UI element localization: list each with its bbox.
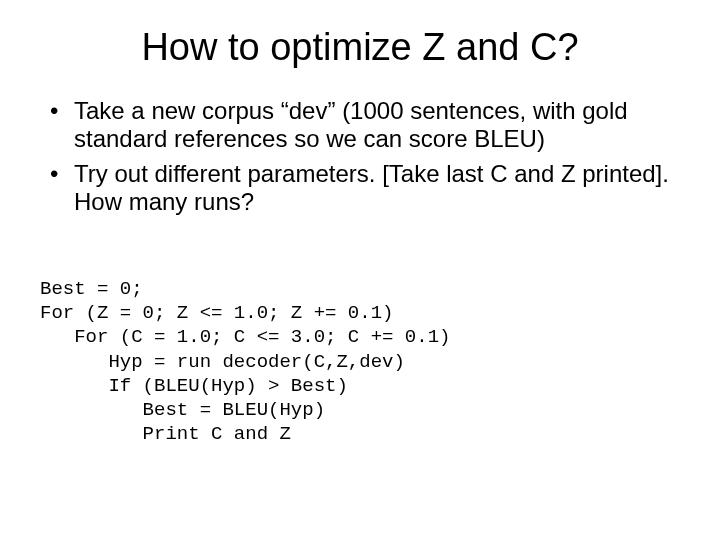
code-block: Best = 0; For (Z = 0; Z <= 1.0; Z += 0.1… <box>40 252 672 447</box>
bullet-list: Take a new corpus “dev” (1000 sentences,… <box>48 97 672 216</box>
slide: How to optimize Z and C? Take a new corp… <box>0 0 720 540</box>
code-line: For (C = 1.0; C <= 3.0; C += 0.1) <box>40 326 450 348</box>
code-line: Print C and Z <box>40 423 291 445</box>
code-line: If (BLEU(Hyp) > Best) <box>40 375 348 397</box>
bullet-item: Take a new corpus “dev” (1000 sentences,… <box>48 97 672 154</box>
bullet-item: Try out different parameters. [Take last… <box>48 160 672 217</box>
slide-title: How to optimize Z and C? <box>48 26 672 69</box>
code-line: Best = BLEU(Hyp) <box>40 399 325 421</box>
code-line: For (Z = 0; Z <= 1.0; Z += 0.1) <box>40 302 393 324</box>
code-line: Hyp = run decoder(C,Z,dev) <box>40 351 405 373</box>
code-line: Best = 0; <box>40 278 143 300</box>
